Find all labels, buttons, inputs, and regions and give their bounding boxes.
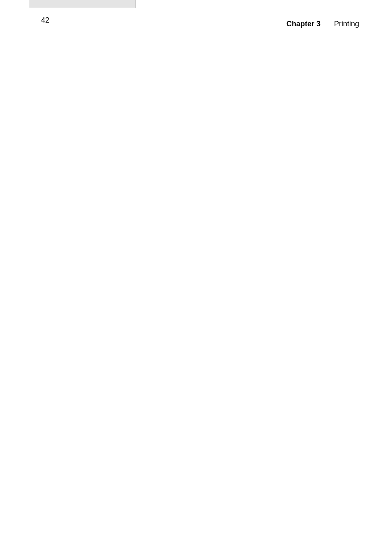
chapter-label: Chapter 3 [286,20,321,28]
header-rule [37,29,359,29]
page-number: 42 [41,16,49,25]
note-box [29,0,136,8]
page-header: Chapter 3 Printing [286,20,359,28]
chapter-title: Printing [334,20,359,28]
